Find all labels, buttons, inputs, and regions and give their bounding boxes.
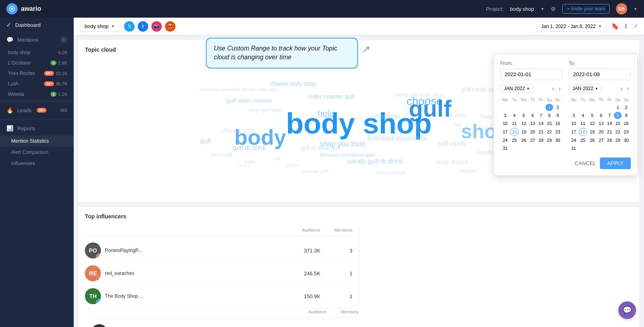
calendar-day[interactable]: 23 [622,128,630,136]
download-icon[interactable]: ⬇ [623,22,628,30]
cal-to-prev-button[interactable]: ‹ [619,85,624,93]
topic-word[interactable]: choose body shop [270,81,316,87]
instagram-icon[interactable]: 📷 [151,21,162,32]
calendar-day[interactable]: 22 [545,128,553,136]
sidebar-sub-item-influencers[interactable]: Influencers [0,158,74,169]
cal-to-next-button[interactable]: › [626,85,631,93]
calendar-day[interactable]: 10 [501,120,509,127]
calendar-day[interactable]: 9 [622,112,630,119]
calendar-day[interactable]: 17 [501,128,509,136]
calendar-day[interactable]: 24 [570,137,578,144]
topic-word[interactable]: free [453,122,462,127]
sidebar-item-dashboard[interactable]: ✓ Dashboard [0,18,74,32]
to-date-input[interactable] [569,69,631,80]
cal-prev-button[interactable]: ‹ [551,85,556,93]
calendar-day[interactable]: 11 [510,120,519,127]
topic-word[interactable]: shop's [286,163,300,168]
calendar-day[interactable]: 15 [545,120,553,127]
topic-word[interactable]: roller coaster gulf [308,93,354,99]
calendar-day[interactable]: 30 [622,137,630,144]
topic-word[interactable]: gulf [200,137,211,145]
calendar-day[interactable]: 1 [545,104,553,111]
calendar-day[interactable]: 29 [614,137,622,144]
share-icon[interactable]: ↗ [632,22,638,30]
calendar-day[interactable]: 28 [606,137,613,144]
calendar-day[interactable]: 28 [537,137,545,144]
calendar-day[interactable]: 3 [570,112,578,119]
chat-bubble[interactable]: 💬 [618,301,636,319]
calendar-day[interactable]: 21 [606,128,613,136]
calendar-day[interactable]: 26 [519,137,528,144]
cancel-button[interactable]: CANCEL [575,160,596,166]
sidebar-sub-item-mention-statistics[interactable]: Mention Statistics [0,135,74,147]
calendar-day[interactable]: 18 [510,128,519,136]
calendar-day[interactable]: 8 [545,112,553,119]
topic-word[interactable]: shop you trust [320,139,365,148]
reddit-icon[interactable]: 👽 [165,21,175,32]
calendar-day[interactable]: 22 [614,128,622,136]
topic-word[interactable]: body shop's [436,158,468,165]
date-range-button[interactable]: Jan 1, 2022 - Jan 8, 2022 ▼ [537,21,606,32]
invite-team-button[interactable]: + Invite your team [562,4,610,14]
facebook-icon[interactable]: f [138,21,148,32]
sidebar-item-mentions[interactable]: 💬 Mentions + [0,32,74,47]
calendar-day[interactable]: 14 [537,120,545,127]
calendar-day[interactable]: 29 [545,137,553,144]
calendar-day[interactable]: 9 [554,112,561,119]
calendar-day[interactable]: 27 [529,137,537,144]
topic-word[interactable]: advice [237,163,250,168]
calendar-day[interactable]: 8 [614,112,622,119]
calendar-day[interactable]: 31 [501,145,509,152]
topic-word[interactable]: shop gulf roller [249,107,283,113]
from-date-input[interactable] [500,69,562,80]
calendar-day[interactable]: 3 [501,112,509,119]
sidebar-mention-loccitane[interactable]: L'Occitane 22.6K [0,58,74,68]
add-mention-button[interactable]: + [60,36,67,43]
calendar-day[interactable]: 16 [554,120,561,127]
calendar-day[interactable]: 27 [598,137,605,144]
topic-word[interactable]: estimate [459,168,477,174]
calendar-day[interactable]: 7 [606,112,613,119]
calendar-day[interactable]: 13 [529,120,537,127]
alert-dropdown[interactable]: body shop ▼ [80,21,119,32]
calendar-day[interactable]: 16 [622,120,630,127]
calendar-day[interactable]: 13 [598,120,605,127]
topic-word[interactable]: insurance specialists choose body shop [199,87,277,92]
topic-word[interactable]: gulf dr.drink [233,144,266,151]
calendar-day[interactable]: 10 [570,120,578,127]
apply-button[interactable]: APPLY [600,157,631,169]
calendar-day[interactable]: 2 [554,104,561,111]
topic-word[interactable]: shampoo [373,113,399,120]
calendar-day[interactable]: 2 [622,104,630,111]
calendar-day[interactable]: 30 [554,137,561,144]
sidebar-mention-lush[interactable]: Lush 99+36.7K [0,79,74,89]
calendar-day[interactable]: 19 [588,128,597,136]
twitter-icon[interactable]: 𝕏 [124,21,135,32]
topic-word[interactable]: dr.drink [449,112,466,118]
sidebar-sub-item-alert-comparison[interactable]: Alert Comparison [0,147,74,158]
calendar-day[interactable]: 12 [588,120,597,127]
topic-word[interactable]: choose body [221,127,255,133]
sidebar-item-leads[interactable]: 🔥 Leads 99+ 365 [0,103,74,117]
calendar-day[interactable]: 26 [588,137,597,144]
cal-from-month-button[interactable]: JAN 2022 ▼ [500,84,533,93]
topic-word[interactable]: gulf candy gulf [461,86,497,93]
topic-word[interactable]: coaster gulf [302,168,328,174]
calendar-day[interactable]: 12 [519,120,528,127]
topic-word[interactable]: hemp [320,113,333,119]
topic-word[interactable]: candy [477,149,493,155]
sidebar-item-reports[interactable]: 📊 Reports [0,121,74,135]
bookmark-icon[interactable]: 🔖 [611,22,619,30]
calendar-day[interactable]: 25 [510,137,519,144]
calendar-day[interactable]: 19 [519,128,528,136]
influencer-row[interactable]: RE 👽 red_earaches 246.5K 1 [85,262,352,285]
influencer-row[interactable]: CN 👽 CNew27 13.5K 1 [91,321,359,327]
topic-word[interactable]: licensed insurance spec [320,152,376,158]
calendar-day[interactable]: 4 [510,112,519,119]
calendar-day[interactable]: 15 [614,120,622,127]
calendar-day[interactable]: 5 [588,112,597,119]
sidebar-mention-body-shop[interactable]: body shop 6.2K [0,47,74,58]
calendar-day[interactable]: 20 [598,128,605,136]
calendar-day[interactable]: 4 [579,112,587,119]
topic-word[interactable]: licensed [211,151,232,158]
